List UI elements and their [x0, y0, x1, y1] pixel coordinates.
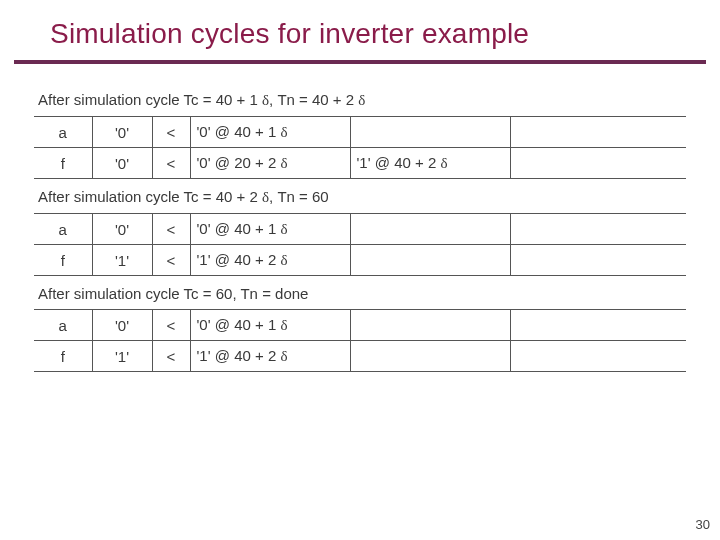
table-cell: '1' @ 40 + 2 δ	[190, 341, 350, 372]
table-cell: <	[152, 310, 190, 341]
delta-glyph: δ	[280, 124, 287, 140]
delta-glyph: δ	[280, 348, 287, 364]
table-cell: '1' @ 40 + 2 δ	[190, 245, 350, 276]
table-cell: <	[152, 148, 190, 179]
delta-glyph: δ	[280, 155, 287, 171]
table-cell: '0'	[92, 214, 152, 245]
table-cell: '0' @ 40 + 1 δ	[190, 214, 350, 245]
cycle-header: After simulation cycle Tc = 40 + 1 δ, Tn…	[34, 82, 686, 117]
table-row: a'0'<'0' @ 40 + 1 δ	[34, 117, 686, 148]
table-cell: '0'	[92, 148, 152, 179]
table-cell: f	[34, 341, 92, 372]
slide: Simulation cycles for inverter example A…	[0, 0, 720, 540]
table-cell	[350, 341, 510, 372]
table-cell	[510, 148, 686, 179]
table-cell: f	[34, 245, 92, 276]
delta-glyph: δ	[262, 189, 269, 205]
table-cell	[350, 214, 510, 245]
table-row: a'0'<'0' @ 40 + 1 δ	[34, 214, 686, 245]
table-row: f'0'<'0' @ 20 + 2 δ'1' @ 40 + 2 δ	[34, 148, 686, 179]
table-cell	[350, 310, 510, 341]
table-cell: <	[152, 214, 190, 245]
page-number: 30	[696, 517, 710, 532]
delta-glyph: δ	[280, 317, 287, 333]
table-cell: '1'	[92, 245, 152, 276]
delta-glyph: δ	[358, 92, 365, 108]
cycle-header: After simulation cycle Tc = 60, Tn = don…	[34, 276, 686, 310]
simulation-table-wrap: After simulation cycle Tc = 40 + 1 δ, Tn…	[34, 82, 686, 372]
table-cell: a	[34, 214, 92, 245]
delta-glyph: δ	[440, 155, 447, 171]
table-cell: <	[152, 117, 190, 148]
table-cell: '0' @ 40 + 1 δ	[190, 310, 350, 341]
table-cell: '1'	[92, 341, 152, 372]
table-row: a'0'<'0' @ 40 + 1 δ	[34, 310, 686, 341]
table-row: f'1'<'1' @ 40 + 2 δ	[34, 341, 686, 372]
table-cell	[350, 117, 510, 148]
table-cell	[510, 245, 686, 276]
delta-glyph: δ	[280, 221, 287, 237]
table-cell: '1' @ 40 + 2 δ	[350, 148, 510, 179]
table-cell: a	[34, 117, 92, 148]
table-cell: '0'	[92, 117, 152, 148]
table-cell	[350, 245, 510, 276]
table-cell	[510, 117, 686, 148]
table-cell: <	[152, 245, 190, 276]
table-cell: '0' @ 40 + 1 δ	[190, 117, 350, 148]
slide-title: Simulation cycles for inverter example	[50, 18, 529, 50]
delta-glyph: δ	[280, 252, 287, 268]
table-cell: f	[34, 148, 92, 179]
cycle-header: After simulation cycle Tc = 40 + 2 δ, Tn…	[34, 179, 686, 214]
table-cell	[510, 341, 686, 372]
table-cell: '0' @ 20 + 2 δ	[190, 148, 350, 179]
title-underline	[14, 60, 706, 64]
table-row: f'1'<'1' @ 40 + 2 δ	[34, 245, 686, 276]
delta-glyph: δ	[262, 92, 269, 108]
table-cell: a	[34, 310, 92, 341]
table-cell: '0'	[92, 310, 152, 341]
table-cell	[510, 310, 686, 341]
simulation-table: After simulation cycle Tc = 40 + 1 δ, Tn…	[34, 82, 686, 372]
table-cell: <	[152, 341, 190, 372]
table-cell	[510, 214, 686, 245]
